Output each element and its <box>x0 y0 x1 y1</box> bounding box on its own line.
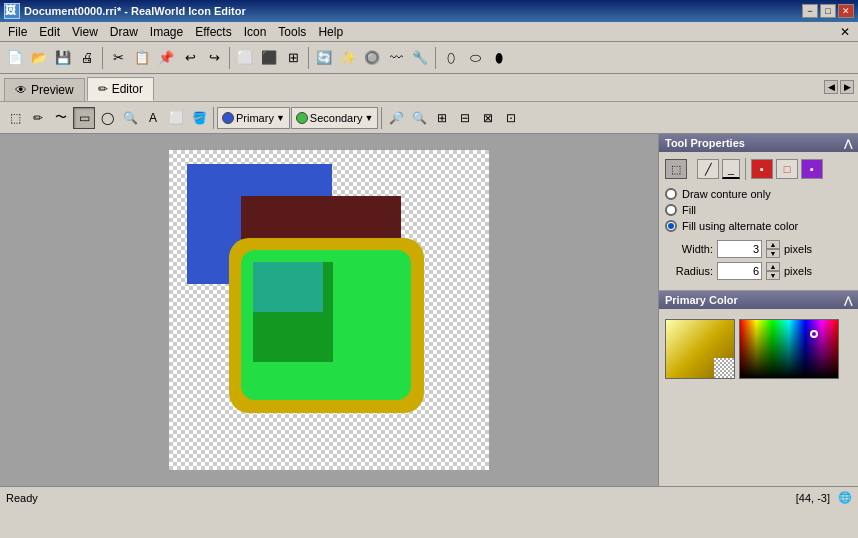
radio-fill-alternate[interactable] <box>665 220 677 232</box>
close-document-button[interactable]: ✕ <box>834 25 856 39</box>
fill-options: Draw conture only Fill Fill using altern… <box>665 188 852 232</box>
snap-button[interactable]: ⊡ <box>500 107 522 129</box>
tp-stroke-icon[interactable]: □ <box>776 159 798 179</box>
secondary-color-label: Secondary <box>310 112 363 124</box>
tab-nav-left[interactable]: ◀ <box>824 80 838 94</box>
paste-button[interactable]: 📌 <box>155 47 177 69</box>
checker-button[interactable]: ⊠ <box>477 107 499 129</box>
warp-button[interactable]: 〰 <box>385 47 407 69</box>
menu-help[interactable]: Help <box>312 23 349 41</box>
primary-dropdown-arrow: ▼ <box>276 113 285 123</box>
tab-navigation: ◀ ▶ <box>824 80 854 94</box>
primary-color-button[interactable]: Primary ▼ <box>217 107 290 129</box>
radius-row: Radius: ▲ ▼ pixels <box>665 262 852 280</box>
menu-view[interactable]: View <box>66 23 104 41</box>
title-bar-left: 🖼 Document0000.rri* - RealWorld Icon Edi… <box>4 3 246 19</box>
status-bar: Ready [44, -3] 🌐 <box>0 486 858 508</box>
width-input[interactable] <box>717 240 762 258</box>
rect-tool[interactable]: ▭ <box>73 107 95 129</box>
width-down[interactable]: ▼ <box>766 249 780 258</box>
tool-props-icons: ⬚ ╱ _ ▪ □ ▪ <box>665 158 852 180</box>
tab-preview[interactable]: 👁 Preview <box>4 78 85 101</box>
zoom-tool[interactable]: 🔍 <box>119 107 141 129</box>
tools-btn1[interactable]: 🔧 <box>409 47 431 69</box>
eraser-tool[interactable]: ⬜ <box>165 107 187 129</box>
separator-3 <box>308 47 309 69</box>
tp-both-icon[interactable]: ▪ <box>801 159 823 179</box>
rotate-button[interactable]: 🔄 <box>313 47 335 69</box>
radius-down[interactable]: ▼ <box>766 271 780 280</box>
new-button[interactable]: 📄 <box>4 47 26 69</box>
color-picker[interactable] <box>739 319 839 379</box>
canvas-area[interactable] <box>0 134 658 486</box>
tab-editor[interactable]: ✏ Editor <box>87 77 154 101</box>
zoom-in-button[interactable]: 🔍 <box>408 107 430 129</box>
fill-tool[interactable]: 🪣 <box>188 107 210 129</box>
color-panel-collapse[interactable]: ⋀ <box>844 295 852 306</box>
right-panel: Tool Properties ⋀ ⬚ ╱ _ ▪ □ ▪ Draw contu… <box>658 134 858 486</box>
radio-contour[interactable] <box>665 188 677 200</box>
canvas-button[interactable]: ⬛ <box>258 47 280 69</box>
color-panel-header: Primary Color ⋀ <box>659 291 858 309</box>
open-button[interactable]: 📂 <box>28 47 50 69</box>
tab-nav-right[interactable]: ▶ <box>840 80 854 94</box>
zoom-out-button[interactable]: 🔎 <box>385 107 407 129</box>
effects-button[interactable]: ✨ <box>337 47 359 69</box>
preview-label: Preview <box>31 83 74 97</box>
tp-line2-icon[interactable]: _ <box>722 159 740 179</box>
tool-props-collapse[interactable]: ⋀ <box>844 138 852 149</box>
option-contour[interactable]: Draw conture only <box>665 188 852 200</box>
canvas[interactable] <box>169 150 489 470</box>
redo-button[interactable]: ↪ <box>203 47 225 69</box>
ellipse-tool[interactable]: ◯ <box>96 107 118 129</box>
cut-button[interactable]: ✂ <box>107 47 129 69</box>
secondary-color-button[interactable]: Secondary ▼ <box>291 107 379 129</box>
menu-image[interactable]: Image <box>144 23 189 41</box>
status-text: Ready <box>6 492 38 504</box>
tp-line-icon[interactable]: ╱ <box>697 159 719 179</box>
width-label: Width: <box>665 243 713 255</box>
menu-effects[interactable]: Effects <box>189 23 237 41</box>
menu-draw[interactable]: Draw <box>104 23 144 41</box>
save-button[interactable]: 💾 <box>52 47 74 69</box>
color-panel-body <box>659 309 858 486</box>
menu-edit[interactable]: Edit <box>33 23 66 41</box>
minimize-button[interactable]: − <box>802 4 818 18</box>
print-button[interactable]: 🖨 <box>76 47 98 69</box>
view-icons-button[interactable]: ⊞ <box>282 47 304 69</box>
copy-button[interactable]: 📋 <box>131 47 153 69</box>
primary-color-dot <box>222 112 234 124</box>
menu-icon[interactable]: Icon <box>238 23 273 41</box>
menu-file[interactable]: File <box>2 23 33 41</box>
option-fill-alternate[interactable]: Fill using alternate color <box>665 220 852 232</box>
tp-fill-icon[interactable]: ▪ <box>751 159 773 179</box>
width-row: Width: ▲ ▼ pixels <box>665 240 852 258</box>
radius-input[interactable] <box>717 262 762 280</box>
drawing-toolbar: ⬚ ✏ 〜 ▭ ◯ 🔍 A ⬜ 🪣 Primary ▼ Secondary ▼ … <box>0 102 858 134</box>
grid-button[interactable]: ⊟ <box>454 107 476 129</box>
radius-up[interactable]: ▲ <box>766 262 780 271</box>
radio-fill[interactable] <box>665 204 677 216</box>
maximize-button[interactable]: □ <box>820 4 836 18</box>
tools-btn2[interactable]: ⬯ <box>440 47 462 69</box>
color-gradient-swatch[interactable] <box>665 319 735 379</box>
tools-btn4[interactable]: ⬮ <box>488 47 510 69</box>
menu-tools[interactable]: Tools <box>272 23 312 41</box>
option-fill[interactable]: Fill <box>665 204 852 216</box>
separator-2 <box>229 47 230 69</box>
tp-icon-1[interactable]: ⬚ <box>665 159 687 179</box>
curve-tool[interactable]: 〜 <box>50 107 72 129</box>
undo-button[interactable]: ↩ <box>179 47 201 69</box>
width-up[interactable]: ▲ <box>766 240 780 249</box>
select-tool[interactable]: ⬚ <box>4 107 26 129</box>
pencil-tool[interactable]: ✏ <box>27 107 49 129</box>
close-window-button[interactable]: ✕ <box>838 4 854 18</box>
tool-props-header: Tool Properties ⋀ <box>659 134 858 152</box>
title-bar: 🖼 Document0000.rri* - RealWorld Icon Edi… <box>0 0 858 22</box>
fit-button[interactable]: ⊞ <box>431 107 453 129</box>
resize-button[interactable]: ⬜ <box>234 47 256 69</box>
main-toolbar: 📄 📂 💾 🖨 ✂ 📋 📌 ↩ ↪ ⬜ ⬛ ⊞ 🔄 ✨ 🔘 〰 🔧 ⬯ ⬭ ⬮ <box>0 42 858 74</box>
tools-btn3[interactable]: ⬭ <box>464 47 486 69</box>
filter-button[interactable]: 🔘 <box>361 47 383 69</box>
text-tool[interactable]: A <box>142 107 164 129</box>
